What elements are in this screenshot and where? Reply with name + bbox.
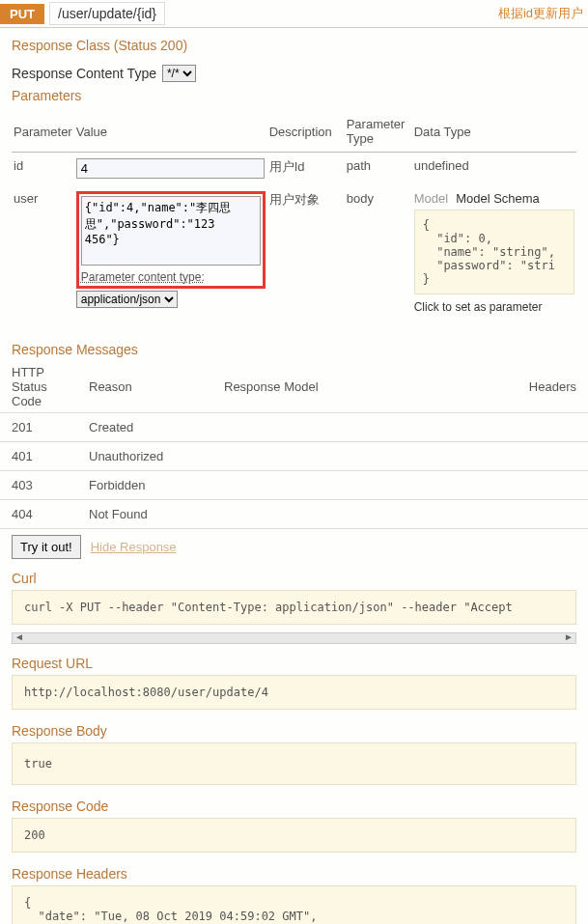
col-headers: Headers [447, 361, 588, 413]
col-parameter-type: Parameter Type [345, 111, 412, 153]
col-data-type: Data Type [412, 111, 576, 153]
col-description: Description [267, 111, 345, 153]
status-reason: Forbidden [77, 471, 212, 500]
try-it-out-button[interactable]: Try it out! [12, 535, 81, 559]
param-desc-id: 用户Id [267, 153, 345, 185]
col-value: Value [74, 111, 267, 153]
response-messages-heading: Response Messages [0, 342, 588, 357]
curl-heading: Curl [0, 565, 588, 590]
endpoint-path[interactable]: /user/update/{id} [49, 2, 165, 25]
param-value-user-textarea[interactable] [81, 196, 261, 266]
status-code: 201 [0, 413, 77, 442]
status-reason: Unauthorized [77, 442, 212, 471]
hide-response-link[interactable]: Hide Response [91, 540, 177, 554]
col-parameter: Parameter [12, 111, 74, 153]
col-http-status: HTTP Status Code [0, 361, 77, 413]
tab-model-schema[interactable]: Model Schema [456, 191, 540, 206]
param-desc-user: 用户对象 [267, 185, 345, 321]
param-content-type-label: Parameter content type: [81, 270, 261, 284]
param-value-id-input[interactable] [76, 158, 265, 179]
table-row: 403 Forbidden [0, 471, 588, 500]
table-row: 201 Created [0, 413, 588, 442]
table-row: id 用户Id path undefined [12, 153, 576, 185]
response-code-value: 200 [12, 818, 576, 853]
tab-model[interactable]: Model [414, 191, 448, 206]
response-content-type-select[interactable]: */* [162, 65, 196, 82]
param-content-type-select[interactable]: application/json [76, 291, 178, 308]
table-row: 404 Not Found [0, 500, 588, 529]
response-headers-heading: Response Headers [0, 860, 588, 885]
response-code-heading: Response Code [0, 793, 588, 818]
curl-scrollbar[interactable] [12, 632, 576, 644]
status-code: 401 [0, 442, 77, 471]
curl-output: curl -X PUT --header "Content-Type: appl… [12, 590, 576, 625]
table-row: 401 Unauthorized [0, 442, 588, 471]
response-headers-value: { "date": "Tue, 08 Oct 2019 04:59:02 GMT… [12, 885, 576, 924]
highlighted-body-area: Parameter content type: [76, 191, 266, 289]
response-messages-table: HTTP Status Code Reason Response Model H… [0, 361, 588, 528]
operation-header: PUT /user/update/{id} 根据id更新用户 [0, 0, 588, 28]
param-name-id: id [12, 153, 74, 185]
parameters-table: Parameter Value Description Parameter Ty… [12, 111, 576, 321]
param-type-user: body [345, 185, 412, 321]
model-schema-box[interactable]: { "id": 0, "name": "string", "password":… [414, 210, 574, 294]
response-body-value: true [12, 742, 576, 785]
parameters-heading: Parameters [12, 88, 576, 103]
endpoint-description: 根据id更新用户 [498, 5, 588, 22]
http-method-badge: PUT [0, 4, 44, 24]
col-response-model: Response Model [212, 361, 447, 413]
status-code: 403 [0, 471, 77, 500]
param-name-user: user [12, 185, 74, 321]
status-reason: Created [77, 413, 212, 442]
param-dtype-id: undefined [412, 153, 576, 185]
request-url-heading: Request URL [0, 650, 588, 675]
col-reason: Reason [77, 361, 212, 413]
schema-hint: Click to set as parameter [414, 300, 574, 314]
response-body-heading: Response Body [0, 717, 588, 742]
status-code: 404 [0, 500, 77, 529]
response-class-heading: Response Class (Status 200) [12, 38, 576, 53]
param-type-id: path [345, 153, 412, 185]
status-reason: Not Found [77, 500, 212, 529]
response-content-type-label: Response Content Type [12, 66, 156, 81]
request-url-value: http://localhost:8080/user/update/4 [12, 675, 576, 710]
table-row: user Parameter content type: application… [12, 185, 576, 321]
